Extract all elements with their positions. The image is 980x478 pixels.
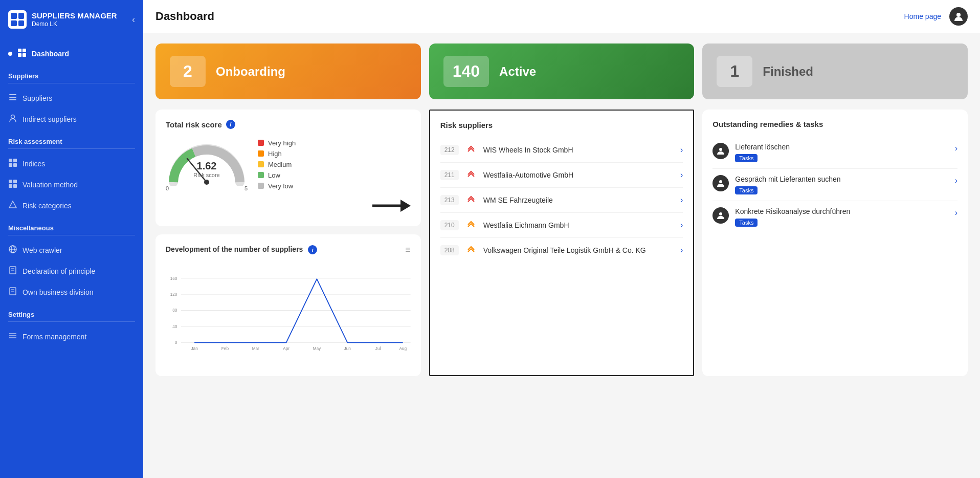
svg-point-52 <box>719 180 722 183</box>
supplier-row-208[interactable]: 208 Volkswagen Original Teile Logistik G… <box>440 238 683 263</box>
sidebar-collapse-button[interactable]: ‹ <box>132 14 135 25</box>
sidebar-header: SUPPLIERS MANAGER Demo LK ‹ <box>0 0 143 39</box>
legend-label: Low <box>268 171 280 179</box>
home-page-link[interactable]: Home page <box>904 12 941 20</box>
chevron-right-icon[interactable]: › <box>680 170 683 180</box>
svg-text:Feb: Feb <box>221 346 229 351</box>
remedy-content: Lieferant löschen Tasks <box>735 143 948 162</box>
svg-rect-11 <box>13 163 17 167</box>
remedy-chevron-icon[interactable]: › <box>955 208 957 218</box>
brand-name: SUPPLIERS MANAGER Demo LK <box>32 11 117 28</box>
nav-section-suppliers: Suppliers <box>0 64 143 83</box>
very-high-risk-icon <box>465 144 477 156</box>
supplier-name: WM SE Fahrzeugteile <box>483 196 674 204</box>
svg-text:Jul: Jul <box>375 346 381 351</box>
remedy-badge: Tasks <box>735 154 758 162</box>
supplier-row-212[interactable]: 212 WIS Wheels In Stock GmbH › <box>440 138 683 163</box>
risk-legend: Very high High Medium <box>258 139 296 190</box>
line-chart: 160 120 80 40 0 Jan Feb Mar Apr May Jun … <box>166 262 411 364</box>
risk-suppliers-card: Risk suppliers 212 WIS Wheels In Stock G… <box>429 110 695 376</box>
legend-very-low: Very low <box>258 182 296 190</box>
remedy-title-text: Konkrete Risikoanalyse durchführen <box>735 207 948 215</box>
legend-label: Very low <box>268 182 293 190</box>
remedy-chevron-icon[interactable]: › <box>955 144 957 153</box>
svg-rect-13 <box>13 180 17 183</box>
high-risk-icon <box>465 244 477 256</box>
sidebar-item-indirect-suppliers[interactable]: Indirect suppliers <box>0 108 143 129</box>
stat-card-onboarding[interactable]: 2 Onboarding <box>155 44 421 99</box>
sidebar-item-label: Risk categories <box>23 202 72 210</box>
svg-marker-32 <box>400 200 411 212</box>
remedy-row-2[interactable]: Gespräch mit Lieferanten suchen Tasks › <box>712 169 957 201</box>
svg-text:40: 40 <box>172 324 177 329</box>
supplier-row-213[interactable]: 213 WM SE Fahrzeugteile › <box>440 188 683 213</box>
stat-card-active[interactable]: 140 Active <box>429 44 695 99</box>
gauge-wrap: 1.62 Risk score 0 5 <box>166 137 248 191</box>
gauge-sublabel: Risk score <box>193 172 219 178</box>
chart-header: Development of the number of suppliers i… <box>166 245 411 255</box>
sidebar-item-own-business[interactable]: Own business division <box>0 281 143 302</box>
suppliers-icon <box>8 93 17 103</box>
divider <box>8 83 135 83</box>
dashboard-icon <box>17 48 27 59</box>
chevron-right-icon[interactable]: › <box>680 195 683 205</box>
risk-categories-icon <box>8 200 17 211</box>
remedy-title-text: Gespräch mit Lieferanten suchen <box>735 175 948 183</box>
legend-dot-high <box>258 150 264 157</box>
supplier-row-211[interactable]: 211 Westfalia-Automotive GmbH › <box>440 163 683 188</box>
chevron-right-icon[interactable]: › <box>680 145 683 155</box>
chevron-right-icon[interactable]: › <box>680 246 683 255</box>
sidebar-item-declaration[interactable]: Declaration of principle <box>0 260 143 281</box>
onboarding-label: Onboarding <box>216 64 285 79</box>
remedy-badge: Tasks <box>735 186 758 194</box>
chevron-right-icon[interactable]: › <box>680 221 683 230</box>
finished-label: Finished <box>763 64 813 79</box>
svg-text:Aug: Aug <box>399 346 407 351</box>
chart-title: Development of the number of suppliers i <box>166 245 317 254</box>
remedy-row-1[interactable]: Lieferant löschen Tasks › <box>712 137 957 169</box>
sidebar-item-risk-categories[interactable]: Risk categories <box>0 195 143 216</box>
chart-menu-icon[interactable]: ≡ <box>405 245 411 255</box>
legend-dot-low <box>258 172 264 178</box>
sidebar-item-label: Web crawler <box>23 246 62 254</box>
own-business-icon <box>8 287 17 297</box>
sidebar-item-web-crawler[interactable]: Web crawler <box>0 240 143 260</box>
supplier-id: 208 <box>440 245 459 255</box>
sidebar: SUPPLIERS MANAGER Demo LK ‹ Dashboard Su… <box>0 0 143 478</box>
svg-text:Jun: Jun <box>344 346 351 351</box>
remedy-content: Konkrete Risikoanalyse durchführen Tasks <box>735 207 948 227</box>
remedies-title: Outstanding remedies & tasks <box>712 120 957 128</box>
chart-info-icon[interactable]: i <box>308 245 317 254</box>
gauge-value: 1.62 <box>193 160 219 172</box>
svg-rect-12 <box>9 180 12 183</box>
sidebar-item-dashboard[interactable]: Dashboard <box>0 43 143 64</box>
active-label: Active <box>499 64 536 79</box>
remedy-row-3[interactable]: Konkrete Risikoanalyse durchführen Tasks… <box>712 201 957 233</box>
risk-suppliers-title: Risk suppliers <box>440 121 683 129</box>
stat-card-finished[interactable]: 1 Finished <box>702 44 968 99</box>
svg-rect-10 <box>9 163 12 167</box>
sidebar-item-forms-management[interactable]: Forms management <box>0 326 143 347</box>
supplier-name: Westfalia Eichmann GmbH <box>483 221 674 229</box>
divider <box>8 148 135 149</box>
sidebar-item-valuation-method[interactable]: Valuation method <box>0 174 143 195</box>
finished-number: 1 <box>717 56 752 87</box>
svg-rect-0 <box>18 49 21 52</box>
svg-rect-14 <box>9 184 12 188</box>
stats-row: 2 Onboarding 140 Active 1 Finished <box>155 44 968 99</box>
svg-rect-1 <box>23 49 26 52</box>
legend-high: High <box>258 150 296 158</box>
sidebar-item-indices[interactable]: Indices <box>0 153 143 174</box>
gauge-label: 1.62 Risk score <box>193 160 219 178</box>
brand-logo: SUPPLIERS MANAGER Demo LK <box>8 10 117 29</box>
svg-rect-4 <box>9 94 16 95</box>
remedy-title-text: Lieferant löschen <box>735 143 948 151</box>
risk-score-info-icon[interactable]: i <box>226 120 235 129</box>
remedy-chevron-icon[interactable]: › <box>955 176 957 185</box>
sidebar-item-label: Indirect suppliers <box>23 115 77 123</box>
sidebar-item-suppliers[interactable]: Suppliers <box>0 88 143 108</box>
svg-text:80: 80 <box>172 309 177 313</box>
user-avatar[interactable] <box>949 7 968 26</box>
main-content: Dashboard Home page 2 Onboarding 140 Act… <box>143 0 980 478</box>
supplier-row-210[interactable]: 210 Westfalia Eichmann GmbH › <box>440 213 683 238</box>
